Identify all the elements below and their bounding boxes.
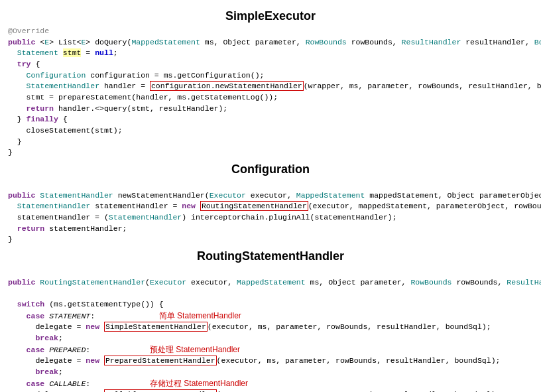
prepared-label: 预处理 StatementHandler [150, 345, 240, 354]
page-container: SimpleExecutor @Override public <E> List… [8, 9, 533, 392]
configuration-code: public StatementHandler newStatementHand… [8, 179, 533, 245]
simple-label: 简单 StatementHandler [159, 311, 241, 320]
simple-executor-code: @Override public <E> List<E> doQuery(Map… [8, 26, 533, 159]
routing-statement-handler-title: RoutingStatementHandler [8, 249, 533, 263]
simple-executor-title: SimpleExecutor [8, 9, 533, 23]
routing-statement-handler-code: public RoutingStatementHandler(Executor … [8, 266, 533, 392]
configuration-title: Configuration [8, 163, 533, 176]
simple-executor-section: SimpleExecutor @Override public <E> List… [8, 9, 533, 159]
callable-label: 存储过程 StatementHandler [150, 379, 248, 388]
configuration-section: Configuration public StatementHandler ne… [8, 163, 533, 245]
routing-statement-handler-section: RoutingStatementHandler public RoutingSt… [8, 249, 533, 392]
